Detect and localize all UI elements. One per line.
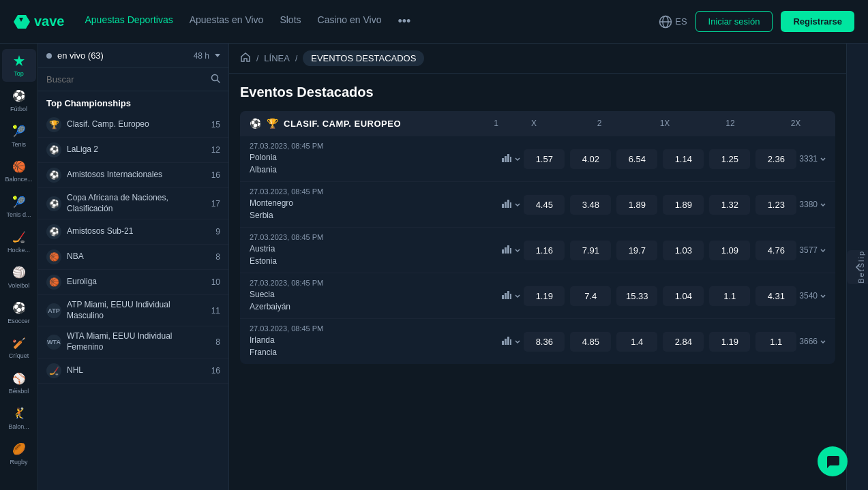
sport-item-beisbol[interactable]: ⚾ Béisbol bbox=[2, 367, 36, 399]
odd-btn-4-2[interactable]: 15.33 bbox=[616, 286, 657, 306]
more-odds-4[interactable]: 3540 bbox=[799, 286, 826, 306]
more-odds-1[interactable]: 3331 bbox=[799, 149, 826, 169]
search-icon[interactable] bbox=[211, 74, 220, 85]
odd-btn-3-2x[interactable]: 4.76 bbox=[755, 241, 796, 260]
chart-icon-1[interactable] bbox=[502, 154, 511, 164]
odd-btn-3-2[interactable]: 19.7 bbox=[616, 241, 657, 260]
nav-casino[interactable]: Casino en Vivo bbox=[318, 14, 382, 29]
champ-item-nba[interactable]: 🏀 NBA 8 bbox=[38, 245, 228, 270]
odd-btn-3-1x[interactable]: 1.03 bbox=[663, 241, 704, 260]
sport-label-baloncesto: Balonce... bbox=[5, 176, 32, 183]
champ-item-laliga2[interactable]: ⚽ LaLiga 2 12 bbox=[38, 138, 228, 163]
champ-name-nhl: NHL bbox=[67, 365, 206, 376]
champ-item-wta[interactable]: WTA WTA Miami, EEUU Individual Femenino … bbox=[38, 326, 228, 358]
breadcrumb-linea[interactable]: LÍNEA bbox=[264, 53, 290, 63]
nav-more-button[interactable]: ••• bbox=[398, 14, 410, 29]
odd-btn-4-1x[interactable]: 1.04 bbox=[663, 286, 704, 306]
language-selector[interactable]: ES bbox=[659, 15, 687, 29]
odd-btn-2-x[interactable]: 3.48 bbox=[570, 195, 611, 215]
odd-btn-5-12[interactable]: 1.19 bbox=[709, 332, 750, 352]
breadcrumb-home[interactable] bbox=[240, 52, 251, 65]
odd-btn-4-1[interactable]: 1.19 bbox=[524, 286, 565, 306]
champ-icon-nhl: 🏒 bbox=[46, 363, 61, 378]
tenis-d-icon: 🎾 bbox=[12, 194, 27, 209]
svg-point-29 bbox=[832, 461, 833, 462]
champ-item-copa-africana[interactable]: ⚽ Copa Africana de Naciones, Clasificaci… bbox=[38, 188, 228, 219]
odd-btn-3-12[interactable]: 1.09 bbox=[709, 241, 750, 260]
breadcrumb-eventos-destacados[interactable]: EVENTOS DESTACADOS bbox=[303, 50, 424, 66]
sport-item-baloncesto[interactable]: 🏀 Balonce... bbox=[2, 155, 36, 187]
sport-item-futbol[interactable]: ⚽ Fútbol bbox=[2, 85, 36, 117]
odd-btn-2-12[interactable]: 1.32 bbox=[709, 195, 750, 215]
sport-label-rugby: Rugby bbox=[10, 459, 27, 466]
odd-btn-5-1[interactable]: 8.36 bbox=[524, 332, 565, 352]
odd-btn-1-1x[interactable]: 1.14 bbox=[663, 149, 704, 169]
voleibol-icon: 🏐 bbox=[12, 265, 27, 280]
odd-btn-4-12[interactable]: 1.1 bbox=[709, 286, 750, 306]
odd-btn-2-2x[interactable]: 1.23 bbox=[755, 195, 796, 215]
sport-item-criquet[interactable]: 🏏 Críquet bbox=[2, 331, 36, 364]
odd-btn-1-2x[interactable]: 2.36 bbox=[755, 149, 796, 169]
odd-btn-1-12[interactable]: 1.25 bbox=[709, 149, 750, 169]
expand-icon-3[interactable] bbox=[514, 245, 521, 256]
sport-item-rugby[interactable]: 🏉 Rugby bbox=[2, 438, 36, 470]
nav-apuestas-deportivas[interactable]: Apuestas Deportivas bbox=[85, 14, 173, 29]
odd-btn-3-1[interactable]: 1.16 bbox=[524, 241, 565, 260]
more-odds-count-1[interactable]: 3331 bbox=[799, 154, 826, 164]
logo-text: vave bbox=[34, 14, 65, 29]
sport-item-voleibol[interactable]: 🏐 Voleibol bbox=[2, 261, 36, 294]
odd-btn-1-1[interactable]: 1.57 bbox=[524, 149, 565, 169]
event-group-header[interactable]: ⚽ 🏆 CLASIF. CAMP. EUROPEO 1 X 2 1X 12 2X bbox=[240, 111, 835, 136]
odd-btn-2-1x[interactable]: 1.89 bbox=[663, 195, 704, 215]
odd-btn-1-x[interactable]: 4.02 bbox=[570, 149, 611, 169]
champ-item-clasif[interactable]: 🏆 Clasif. Camp. Europeo 15 bbox=[38, 112, 228, 138]
champ-item-nhl[interactable]: 🏒 NHL 16 bbox=[38, 358, 228, 384]
odd-btn-5-x[interactable]: 4.85 bbox=[570, 332, 611, 352]
hockey-icon: 🏒 bbox=[12, 230, 27, 245]
more-odds-3[interactable]: 3577 bbox=[799, 240, 826, 260]
sport-item-balonmano[interactable]: 🤾 Balon... bbox=[2, 402, 36, 435]
odd-btn-1-2[interactable]: 6.54 bbox=[616, 149, 657, 169]
sport-item-esoccer[interactable]: ⚽ Esoccer bbox=[2, 296, 36, 329]
odd-btn-5-2[interactable]: 1.4 bbox=[616, 332, 657, 352]
odd-btn-2-2[interactable]: 1.89 bbox=[616, 195, 657, 215]
sport-item-hockey[interactable]: 🏒 Hocke... bbox=[2, 226, 36, 258]
odd-btn-4-2x[interactable]: 4.31 bbox=[755, 286, 796, 306]
search-input[interactable] bbox=[46, 74, 205, 85]
more-odds-5[interactable]: 3666 bbox=[799, 331, 826, 352]
event-3-time: 27.03.2023, 08:45 PM bbox=[250, 233, 502, 241]
live-time: 48 h bbox=[194, 51, 209, 61]
live-time-chevron[interactable] bbox=[215, 54, 220, 57]
champ-item-sub21[interactable]: ⚽ Amistosos Sub-21 9 bbox=[38, 219, 228, 245]
nav-apuestas-en-vivo[interactable]: Apuestas en Vivo bbox=[190, 14, 264, 29]
champ-icon-wta: WTA bbox=[46, 335, 61, 350]
chat-bubble[interactable] bbox=[818, 446, 848, 476]
sport-item-tenis-d[interactable]: 🎾 Tenis d... bbox=[2, 190, 36, 223]
odd-btn-2-1[interactable]: 4.45 bbox=[524, 195, 565, 215]
col-x: X bbox=[504, 119, 564, 128]
expand-icon-2[interactable] bbox=[514, 200, 521, 210]
event-row-3: 27.03.2023, 08:45 PM Austria Estonia bbox=[240, 227, 835, 273]
sport-item-tenis[interactable]: 🎾 Tenis bbox=[2, 120, 36, 153]
champ-item-amistosos[interactable]: ⚽ Amistosos Internacionales 16 bbox=[38, 163, 228, 188]
champ-icon-atp: ATP bbox=[46, 303, 61, 318]
champ-item-atp[interactable]: ATP ATP Miami, EEUU Individual Masculino… bbox=[38, 295, 228, 326]
odd-btn-5-2x[interactable]: 1.1 bbox=[755, 332, 796, 352]
odd-btn-3-x[interactable]: 7.91 bbox=[570, 241, 611, 260]
chart-icon-4[interactable] bbox=[502, 291, 511, 301]
odd-btn-4-x[interactable]: 7.4 bbox=[570, 286, 611, 306]
logo[interactable]: vave bbox=[14, 14, 65, 30]
sport-item-top[interactable]: Top bbox=[2, 49, 36, 82]
chart-icon-2[interactable] bbox=[502, 200, 511, 210]
champ-item-euroliga[interactable]: 🏀 Euroliga 10 bbox=[38, 270, 228, 295]
nav-slots[interactable]: Slots bbox=[280, 14, 301, 29]
register-button[interactable]: Registrarse bbox=[781, 11, 854, 32]
login-button[interactable]: Iniciar sesión bbox=[695, 11, 773, 32]
more-odds-2[interactable]: 3380 bbox=[799, 194, 826, 215]
chart-icon-5[interactable] bbox=[502, 337, 511, 347]
expand-icon-4[interactable] bbox=[514, 291, 521, 301]
chart-icon-3[interactable] bbox=[502, 245, 511, 256]
expand-icon-1[interactable] bbox=[514, 154, 521, 164]
expand-icon-5[interactable] bbox=[514, 337, 521, 347]
odd-btn-5-1x[interactable]: 2.84 bbox=[663, 332, 704, 352]
